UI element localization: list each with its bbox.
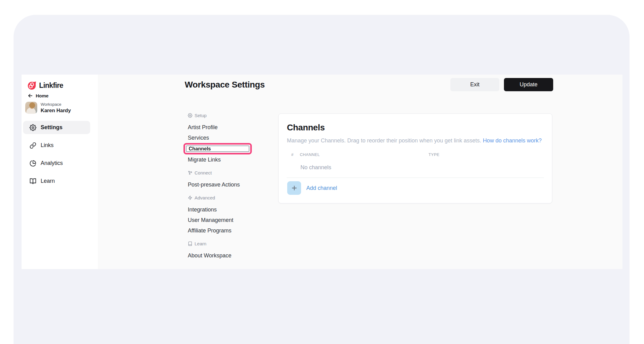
nav-section-connect: Connect Post-presave Actions [188,170,270,190]
exit-button[interactable]: Exit [450,78,499,91]
workspace-switcher[interactable]: Workspace Karen Hardy [25,102,71,114]
sidebar-menu: Settings Links Analytics [23,121,90,192]
nav-section-label: Connect [195,170,212,175]
column-channel: CHANNEL [300,152,320,157]
channels-panel-title: Channels [287,123,552,133]
nav-section-header: Advanced [188,195,270,201]
divider [287,178,544,178]
nav-section-header: Learn [188,240,270,247]
add-channel-button[interactable] [287,181,301,195]
book-icon [188,241,192,246]
how-channels-work-link[interactable]: How do channels work? [483,137,541,144]
gear-icon [30,124,36,131]
sidebar-item-label: Settings [41,124,62,131]
column-number: # [291,152,294,157]
linkfire-logo-icon [27,81,37,90]
nav-item-about-workspace[interactable]: About Workspace [188,250,270,261]
nav-section-label: Advanced [195,195,215,200]
add-channel-row[interactable]: Add channel [287,181,552,195]
bolt-icon [188,195,192,200]
back-home-link[interactable]: Home [28,93,49,98]
sidebar-item-label: Learn [41,178,55,184]
sidebar-item-label: Links [41,142,54,149]
sidebar-item-settings[interactable]: Settings [23,121,90,134]
nav-section-advanced: Advanced Integrations User Management Af… [188,195,270,236]
description-text: Manage your Channels. Drag to reorder th… [287,137,481,144]
gear-icon [188,113,192,118]
column-type: TYPE [429,152,440,157]
workspace-avatar [25,102,37,114]
nav-section-label: Setup [195,113,207,118]
app-window: Linkfire Home Workspace Karen Hardy [14,15,630,344]
settings-nav: Setup Artist Profile Services Channels M… [188,112,270,265]
nav-section-setup: Setup Artist Profile Services Channels M… [188,112,270,165]
sidebar: Linkfire Home Workspace Karen Hardy [22,75,98,269]
update-button[interactable]: Update [504,78,553,91]
brand-name: Linkfire [39,81,63,90]
sidebar-item-label: Analytics [41,160,63,166]
sidebar-item-learn[interactable]: Learn [23,174,90,188]
home-label: Home [36,93,49,98]
sidebar-item-analytics[interactable]: Analytics [23,157,90,170]
main-content: Workspace Settings Exit Update Setup Art… [98,75,622,269]
arrow-left-icon [28,93,33,98]
pie-chart-icon [30,160,36,167]
nav-section-learn: Learn About Workspace [188,240,270,261]
nodes-icon [188,170,192,175]
add-channel-label[interactable]: Add channel [306,185,337,191]
link-icon [30,142,36,149]
nav-item-channels-label[interactable]: Channels [186,145,249,152]
plus-icon [291,185,298,191]
channels-highlight-box: Channels [183,143,252,154]
workspace-label: Workspace [41,102,71,107]
nav-item-migrate-links[interactable]: Migrate Links [188,154,270,165]
nav-item-integrations[interactable]: Integrations [188,204,270,215]
sidebar-item-links[interactable]: Links [23,139,90,152]
app-frame: Linkfire Home Workspace Karen Hardy [22,75,622,269]
page-title: Workspace Settings [185,80,265,90]
nav-item-affiliate-programs[interactable]: Affiliate Programs [188,225,270,236]
channels-panel: Channels Manage your Channels. Drag to r… [278,113,552,203]
empty-state-text: No channels [300,164,552,171]
nav-item-services[interactable]: Services [188,133,270,143]
book-icon [30,178,36,185]
nav-section-label: Learn [195,241,206,246]
channels-panel-description: Manage your Channels. Drag to reorder th… [287,137,544,144]
nav-section-header: Connect [188,170,270,176]
nav-item-post-presave-actions[interactable]: Post-presave Actions [188,179,270,190]
channels-table-header: # CHANNEL TYPE [279,152,552,157]
nav-section-header: Setup [188,112,270,118]
brand: Linkfire [27,81,63,90]
nav-item-artist-profile[interactable]: Artist Profile [188,122,270,133]
workspace-name: Karen Hardy [41,108,71,113]
nav-item-channels[interactable]: Channels [188,143,270,154]
nav-item-user-management[interactable]: User Management [188,215,270,225]
